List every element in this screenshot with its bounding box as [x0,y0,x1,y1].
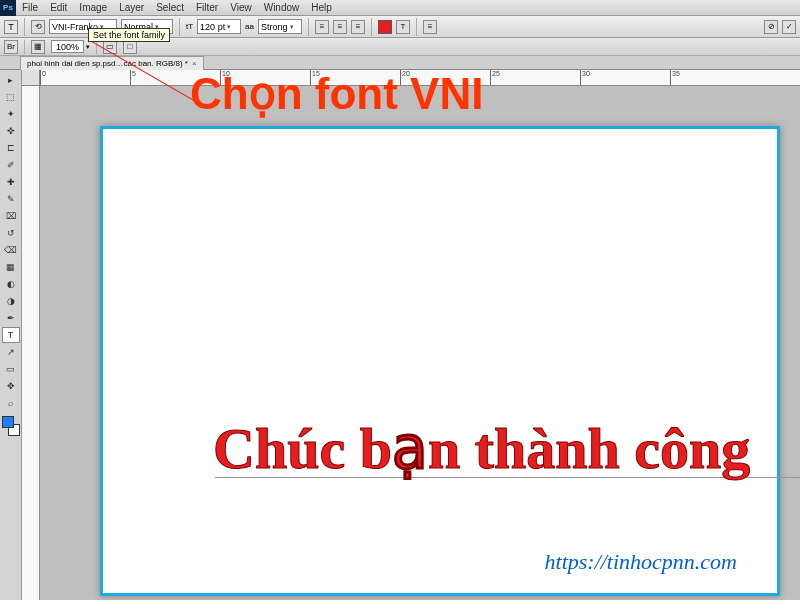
chevron-down-icon: ▾ [227,23,231,31]
workspace: ▸⬚✦✜⊏✐✚✎⌧↺⌫▦◐◑✒T↗▭✥⌕ 05101520253035 Chúc… [0,70,800,600]
type-tool-indicator[interactable]: T [4,20,18,34]
zoom-value[interactable]: 100% [51,40,84,53]
cancel-button[interactable]: ⊘ [764,20,778,34]
menu-bar: Ps File Edit Image Layer Select Filter V… [0,0,800,16]
foreground-color-swatch[interactable] [2,416,14,428]
ruler-vertical[interactable] [22,86,40,600]
blur-tool[interactable]: ◐ [2,276,20,292]
dodge-tool[interactable]: ◑ [2,293,20,309]
eraser-tool[interactable]: ⌫ [2,242,20,258]
color-picker[interactable] [2,416,20,436]
separator [308,18,309,36]
ruler-tick: 5 [130,70,136,85]
ruler-tick: 30 [580,70,590,85]
separator [416,18,417,36]
brush-tool[interactable]: ✎ [2,191,20,207]
warp-text-button[interactable]: T [396,20,410,34]
healing-brush-tool[interactable]: ✚ [2,174,20,190]
pen-tool[interactable]: ✒ [2,310,20,326]
commit-button[interactable]: ✓ [782,20,796,34]
magic-wand-tool[interactable]: ✜ [2,123,20,139]
align-center-button[interactable]: ≡ [333,20,347,34]
ruler-tick: 25 [490,70,500,85]
chevron-down-icon: ▾ [290,23,294,31]
separator [24,40,25,54]
annotation-label: Chọn font VNI [190,68,483,119]
align-left-button[interactable]: ≡ [315,20,329,34]
align-right-button[interactable]: ≡ [351,20,365,34]
document-tab-title: phoi hinh dai dien sp.psd…các ban. RGB/8… [27,59,188,68]
menu-select[interactable]: Select [150,2,190,13]
zoom-tool[interactable]: ⌕ [2,395,20,411]
menu-view[interactable]: View [224,2,258,13]
bridge-button[interactable]: Br [4,40,18,54]
hand-tool[interactable]: ✥ [2,378,20,394]
crop-tool[interactable]: ⊏ [2,140,20,156]
separator [24,18,25,36]
menu-file[interactable]: File [16,2,44,13]
path-selection-tool[interactable]: ↗ [2,344,20,360]
menu-help[interactable]: Help [305,2,338,13]
separator [179,18,180,36]
document-canvas[interactable]: Chúc bạn thành công https://tinhocpnn.co… [100,126,780,596]
menu-filter[interactable]: Filter [190,2,224,13]
menu-edit[interactable]: Edit [44,2,73,13]
anti-alias-icon: aa [245,22,254,31]
ruler-tick: 35 [670,70,680,85]
chevron-down-icon: ▾ [86,43,90,51]
rectangle-tool[interactable]: ▭ [2,361,20,377]
canvas-text-layer[interactable]: Chúc bạn thành công [213,414,750,482]
watermark-text: https://tinhocpnn.com [545,549,737,575]
font-size-combo[interactable]: 120 pt ▾ [197,19,241,34]
separator [371,18,372,36]
eyedropper-tool[interactable]: ✐ [2,157,20,173]
marquee-tool[interactable]: ⬚ [2,89,20,105]
font-family-tooltip: Set the font family [88,28,170,42]
lasso-tool[interactable]: ✦ [2,106,20,122]
ruler-origin[interactable] [22,70,40,86]
font-size-icon: tT [186,22,193,31]
zoom-control[interactable]: 100% ▾ [51,40,90,53]
move-tool[interactable]: ▸ [2,72,20,88]
history-brush-tool[interactable]: ↺ [2,225,20,241]
view-extras-button[interactable]: ▦ [31,40,45,54]
clone-stamp-tool[interactable]: ⌧ [2,208,20,224]
text-orientation-button[interactable]: ⟲ [31,20,45,34]
menu-window[interactable]: Window [258,2,306,13]
canvas-area: 05101520253035 Chúc bạn thành công https… [22,70,800,600]
text-color-swatch[interactable] [378,20,392,34]
menu-image[interactable]: Image [73,2,113,13]
type-tool[interactable]: T [2,327,20,343]
document-tab[interactable]: phoi hinh dai dien sp.psd…các ban. RGB/8… [20,56,204,70]
menu-layer[interactable]: Layer [113,2,150,13]
app-icon[interactable]: Ps [0,0,16,16]
canvas-viewport[interactable]: Chúc bạn thành công https://tinhocpnn.co… [40,86,800,600]
anti-alias-value: Strong [261,22,288,32]
anti-alias-combo[interactable]: Strong ▾ [258,19,302,34]
character-panel-button[interactable]: ≡ [423,20,437,34]
toolbox: ▸⬚✦✜⊏✐✚✎⌧↺⌫▦◐◑✒T↗▭✥⌕ [0,70,22,600]
gradient-tool[interactable]: ▦ [2,259,20,275]
ruler-tick: 0 [40,70,46,85]
font-size-value: 120 pt [200,22,225,32]
close-icon[interactable]: × [192,59,197,68]
